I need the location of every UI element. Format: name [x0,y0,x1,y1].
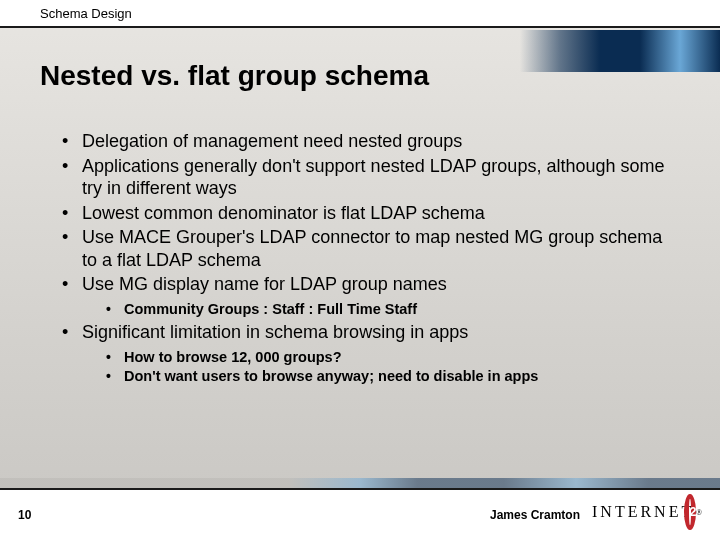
logo-ring-icon: 2 [684,494,696,530]
slide-number: 10 [18,508,31,522]
bullet-text: Use MG display name for LDAP group names [82,274,447,294]
logo-text: INTERNET [592,503,694,521]
internet2-logo: INTERNET 2 ® [592,490,702,534]
bullet-item: Applications generally don't support nes… [60,155,680,200]
bullet-item: Use MACE Grouper's LDAP connector to map… [60,226,680,271]
footer: 10 James Cramton INTERNET 2 ® [0,488,720,540]
slide-title: Nested vs. flat group schema [40,60,429,92]
sub-bullet-list: How to browse 12, 000 groups? Don't want… [82,348,680,387]
bullet-list: Delegation of management need nested gro… [60,130,680,387]
accent-strip [520,30,720,72]
sub-bullet-item: How to browse 12, 000 groups? [104,348,680,368]
footer-accent [0,478,720,488]
bullet-item: Significant limitation in schema browsin… [60,321,680,387]
sub-bullet-item: Don't want users to browse anyway; need … [104,367,680,387]
bullet-item: Use MG display name for LDAP group names… [60,273,680,319]
author-name: James Cramton [490,508,580,522]
content-area: Delegation of management need nested gro… [60,130,680,389]
bullet-text: Significant limitation in schema browsin… [82,322,468,342]
bullet-item: Lowest common denominator is flat LDAP s… [60,202,680,225]
bullet-item: Delegation of management need nested gro… [60,130,680,153]
top-bar: Schema Design [0,0,720,28]
section-label: Schema Design [40,6,132,21]
slide: Schema Design Nested vs. flat group sche… [0,0,720,540]
sub-bullet-list: Community Groups : Staff : Full Time Sta… [82,300,680,320]
sub-bullet-item: Community Groups : Staff : Full Time Sta… [104,300,680,320]
